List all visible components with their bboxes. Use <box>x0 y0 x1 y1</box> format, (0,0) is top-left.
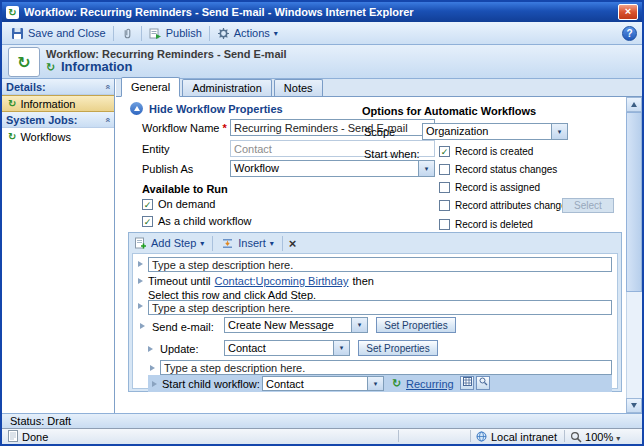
entity-label: Entity <box>142 143 170 155</box>
checkbox[interactable] <box>439 219 450 230</box>
step-selector-icon[interactable] <box>152 381 157 387</box>
set-properties-button[interactable]: Set Properties <box>358 340 438 356</box>
toolbar-separator <box>113 26 114 41</box>
window-icon: ↻ <box>6 6 19 19</box>
checkbox[interactable]: ✓ <box>142 216 153 227</box>
publish-as-select[interactable]: Workflow ▾ <box>230 160 435 177</box>
sidebar-section-details[interactable]: Details: « <box>2 79 114 95</box>
help-button[interactable]: ? <box>622 26 637 41</box>
workflow-icon: ↻ <box>46 61 55 74</box>
set-properties-button[interactable]: Set Properties <box>376 317 456 333</box>
chevron-down-icon[interactable]: ▾ <box>551 124 567 139</box>
required-asterisk: * <box>222 122 226 134</box>
timeout-condition-link[interactable]: Contact:Upcoming Birthday <box>215 275 349 287</box>
update-select[interactable]: Contact ▾ <box>224 340 350 356</box>
lookup-grid-button[interactable] <box>460 376 474 390</box>
sidebar-section-system-jobs[interactable]: System Jobs: « <box>2 112 114 128</box>
step-selector-icon[interactable] <box>148 346 153 352</box>
scroll-thumb[interactable] <box>626 112 642 292</box>
select-button: Select <box>562 198 614 213</box>
step-description-input[interactable] <box>148 257 612 272</box>
actions-button[interactable]: Actions ▾ <box>213 25 282 42</box>
sidebar-item-information[interactable]: ↻ Information <box>2 95 114 112</box>
chevron-down-icon <box>631 403 637 408</box>
start-child-workflow-value: Contact <box>263 377 367 390</box>
sidebar-item-workflows[interactable]: ↻ Workflows <box>2 128 114 145</box>
add-step-button[interactable]: Add Step ▾ <box>132 236 206 251</box>
chevron-down-icon[interactable]: ▾ <box>333 341 349 355</box>
collapse-chevrons-icon[interactable]: « <box>102 117 112 122</box>
tab-general[interactable]: General <box>121 77 180 97</box>
information-icon: ↻ <box>8 98 16 109</box>
checkbox[interactable] <box>439 200 450 211</box>
grid-icon <box>463 377 472 386</box>
checkbox-on-demand[interactable]: ✓ On demand <box>142 198 215 210</box>
zoom-control[interactable]: 100% ▾ <box>570 431 620 443</box>
checkbox-record-assigned[interactable]: Record is assigned <box>439 182 540 193</box>
checkbox-child-workflow[interactable]: ✓ As a child workflow <box>142 215 252 227</box>
start-child-workflow-select[interactable]: Contact ▾ <box>262 376 384 391</box>
scroll-down-button[interactable] <box>626 398 642 413</box>
checkbox-label: Record attributes change <box>455 200 567 211</box>
hide-properties-label[interactable]: Hide Workflow Properties <box>149 103 283 115</box>
checkbox[interactable]: ✓ <box>439 146 450 157</box>
step-selector-icon[interactable] <box>140 323 145 329</box>
available-to-run-title: Available to Run <box>142 183 228 195</box>
tab-administration[interactable]: Administration <box>182 79 272 96</box>
step-description-input[interactable] <box>148 300 612 315</box>
insert-icon <box>221 237 234 250</box>
collapse-chevrons-icon[interactable]: « <box>102 84 112 89</box>
scope-select[interactable]: Organization ▾ <box>422 123 568 140</box>
magnifier-icon <box>570 431 582 443</box>
checkbox-record-deleted[interactable]: Record is deleted <box>439 219 533 230</box>
checkbox-record-created[interactable]: ✓ Record is created <box>439 146 533 157</box>
recurring-workflow-link[interactable]: Recurring <box>406 378 454 390</box>
checkbox[interactable]: ✓ <box>142 199 153 210</box>
publish-label: Publish <box>166 27 202 39</box>
send-email-select[interactable]: Create New Message ▾ <box>224 317 368 333</box>
tab-strip: General Administration Notes <box>116 79 642 97</box>
delete-step-button[interactable]: × <box>289 237 297 250</box>
checkbox-label: Record is deleted <box>455 219 533 230</box>
status-text: Status: Draft <box>10 415 71 427</box>
lookup-search-button[interactable] <box>476 376 490 390</box>
checkbox[interactable] <box>439 182 450 193</box>
insert-button[interactable]: Insert ▾ <box>219 236 276 251</box>
close-button[interactable]: × <box>618 4 638 20</box>
step-selector-icon[interactable] <box>138 278 143 284</box>
save-and-close-button[interactable]: Save and Close <box>7 25 110 42</box>
zoom-level: 100% <box>585 431 613 443</box>
status-separator <box>470 430 471 442</box>
checkbox-label: Record is created <box>455 146 533 157</box>
title-bar[interactable]: ↻ Workflow: Recurring Reminders - Send E… <box>2 2 642 22</box>
globe-icon <box>476 431 487 442</box>
collapse-section-button[interactable] <box>130 102 143 115</box>
app-logo: ↻ <box>8 47 40 77</box>
checkbox-record-status-changes[interactable]: Record status changes <box>439 164 557 175</box>
publish-button[interactable]: Publish <box>145 25 206 42</box>
security-zone-text: Local intranet <box>491 431 557 443</box>
chevron-down-icon[interactable]: ▾ <box>367 377 383 390</box>
add-step-label: Add Step <box>151 237 196 249</box>
step-description-input[interactable] <box>160 360 612 375</box>
attach-button[interactable] <box>117 25 138 42</box>
toolbar-separator <box>212 236 213 251</box>
chevron-down-icon[interactable]: ▾ <box>351 318 367 332</box>
step-selector-icon[interactable] <box>150 365 155 371</box>
scroll-up-button[interactable] <box>626 97 642 112</box>
tab-notes[interactable]: Notes <box>274 79 323 96</box>
page-title: Information <box>61 59 133 74</box>
chevron-down-icon: ▾ <box>274 29 278 38</box>
step-selector-icon[interactable] <box>138 303 143 309</box>
checkbox[interactable] <box>439 164 450 175</box>
chevron-down-icon[interactable]: ▾ <box>616 434 620 443</box>
checkbox-record-attributes-change[interactable]: Record attributes change <box>439 200 567 211</box>
chevron-up-icon <box>134 106 140 111</box>
scope-label: Scope <box>364 126 395 138</box>
sidebar-item-label: Workflows <box>20 131 71 143</box>
step-selector-icon[interactable] <box>138 261 143 267</box>
workflow-name-input[interactable] <box>230 119 435 136</box>
chevron-down-icon: ▾ <box>200 239 204 248</box>
chevron-down-icon[interactable]: ▾ <box>418 161 434 176</box>
toolbar-separator <box>209 26 210 41</box>
